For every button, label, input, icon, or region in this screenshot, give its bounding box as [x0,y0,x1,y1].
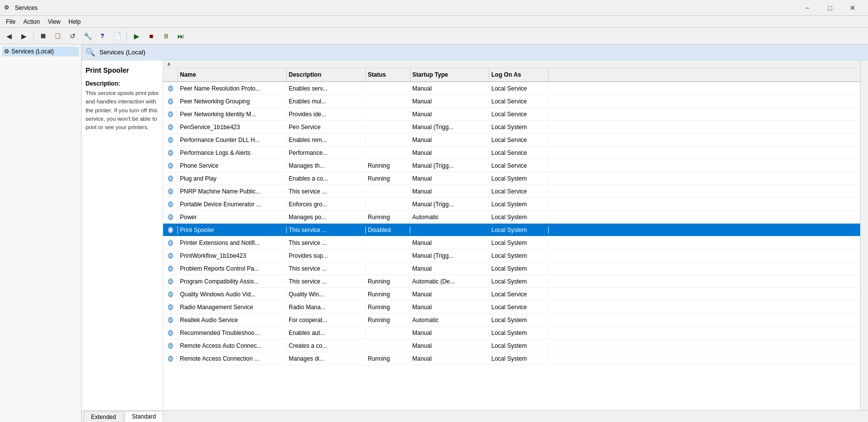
service-icon [163,265,178,273]
service-icon [163,226,178,234]
help-button[interactable]: ? [95,30,109,43]
service-description: Provides sup... [287,252,366,259]
th-startup-type[interactable]: Startup Type [410,68,489,81]
refresh-button[interactable]: ↺ [66,30,80,43]
tab-standard[interactable]: Standard [125,411,164,422]
th-description[interactable]: Description [287,68,366,81]
svg-point-9 [170,139,172,141]
th-icon[interactable] [163,68,178,81]
menu-item-view[interactable]: View [44,17,65,26]
svg-point-39 [170,332,172,334]
service-startup: Manual [410,149,489,156]
service-icon [163,252,178,260]
menu-item-help[interactable]: Help [65,17,85,26]
table-body: Peer Name Resolution Proto...Enables ser… [163,82,860,410]
right-panel: 🔍 Services (Local) Print Spooler Descrip… [82,45,868,422]
service-logon: Local System [489,317,549,324]
table-row[interactable]: PenService_1b1be423Pen ServiceManual (Tr… [163,121,860,134]
svg-point-11 [170,152,172,154]
table-row[interactable]: PowerManages po...RunningAutomaticLocal … [163,211,860,224]
maximize-button[interactable]: □ [819,0,841,16]
table-row[interactable]: Performance Counter DLL H...Enables rem.… [163,134,860,146]
table-row[interactable]: Program Compatibility Assis...This servi… [163,275,860,288]
resume-button[interactable]: ⏭ [174,30,188,43]
table-row[interactable]: Problem Reports Control Pa...This servic… [163,262,860,275]
pause-button[interactable]: ⏸ [159,30,173,43]
table-row[interactable]: Remote Access Auto Connec...Creates a co… [163,339,860,352]
table-row[interactable]: Recommended Troubleshoo...Enables aut...… [163,327,860,339]
table-row[interactable]: Peer Networking Identity M...Provides id… [163,108,860,121]
service-description: This service ... [287,239,366,246]
table-area: ∧ Name Description Status Startup Type L… [163,60,860,410]
back-button[interactable]: ◀ [2,30,16,43]
service-description: This service ... [287,227,366,234]
service-logon: Local System [489,201,549,208]
table-row[interactable]: Print SpoolerThis service ...DisabledLoc… [163,224,860,236]
th-name[interactable]: Name [178,68,287,81]
table-row[interactable]: Performance Logs & AlertsPerformance...M… [163,146,860,159]
th-logon[interactable]: Log On As [489,68,549,81]
service-status: Running [366,304,410,311]
forward-button[interactable]: ▶ [17,30,31,43]
service-startup: Automatic (De... [410,278,489,285]
table-row[interactable]: Phone ServiceManages th...RunningManual … [163,159,860,172]
service-description: Manages po... [287,214,366,221]
service-name: Remote Access Auto Connec... [178,342,287,349]
window-controls: − □ ✕ [796,0,864,16]
svg-point-13 [170,165,172,167]
service-name: Program Compatibility Assis... [178,278,287,285]
service-description: Radio Mana... [287,304,366,311]
sidebar-item-label: Services (Local) [11,48,54,55]
address-bar: 🔍 Services (Local) [82,45,868,60]
sidebar-item-services-local[interactable]: ⚙ Services (Local) [2,47,79,56]
service-startup: Manual [410,137,489,143]
service-description: This service ... [287,188,366,195]
action-pane-button[interactable]: 📋 [51,30,65,43]
description-panel: Print Spooler Description: This service … [82,60,163,410]
main-scrollbar[interactable] [860,60,868,410]
service-status: Running [366,278,410,285]
table-row[interactable]: PNRP Machine Name Public...This service … [163,185,860,198]
tab-extended[interactable]: Extended [84,412,124,422]
table-row[interactable]: Plug and PlayEnables a co...RunningManua… [163,172,860,185]
title-bar: ⚙ Services − □ ✕ [0,0,868,16]
export-button[interactable]: 📄 [110,30,124,43]
service-icon [163,303,178,311]
close-button[interactable]: ✕ [841,0,864,16]
table-row[interactable]: Realtek Audio ServiceFor cooperat...Runn… [163,314,860,327]
service-description: Provides ide... [287,111,366,118]
service-logon: Local System [489,124,549,131]
menu-item-action[interactable]: Action [19,17,43,26]
properties-button[interactable]: 🔧 [81,30,94,43]
service-logon: Local System [489,329,549,336]
table-row[interactable]: Printer Extensions and Notifi...This ser… [163,236,860,249]
service-startup: Automatic [410,214,489,221]
table-row[interactable]: Portable Device Enumerator ...Enforces g… [163,198,860,211]
table-row[interactable]: Peer Networking GroupingEnables mul...Ma… [163,95,860,108]
th-status[interactable]: Status [366,68,410,81]
table-row[interactable]: Peer Name Resolution Proto...Enables ser… [163,82,860,95]
table-row[interactable]: Radio Management ServiceRadio Mana...Run… [163,301,860,314]
table-row[interactable]: Remote Access Connection ...Manages di..… [163,352,860,365]
svg-point-31 [170,281,172,282]
table-row[interactable]: Quality Windows Audio Vid...Quality Win.… [163,288,860,301]
service-logon: Local Service [489,98,549,105]
svg-point-41 [170,345,172,347]
stop-button[interactable]: ■ [144,30,158,43]
svg-point-43 [170,358,172,360]
service-description: Quality Win... [287,291,366,298]
minimize-button[interactable]: − [796,0,819,16]
service-name: Power [178,214,287,221]
table-row[interactable]: PrintWorkflow_1b1be423Provides sup...Man… [163,249,860,262]
service-icon [163,97,178,105]
service-name: Radio Management Service [178,304,287,311]
svg-point-5 [170,113,172,115]
menu-item-file[interactable]: File [2,17,19,26]
service-startup: Manual [410,175,489,182]
service-description: Creates a co... [287,342,366,349]
service-name: Print Spooler [178,227,287,234]
console-button[interactable]: ▦ [36,30,50,43]
service-description: Performance... [287,149,366,156]
start-button[interactable]: ▶ [130,30,143,43]
service-startup: Manual [410,329,489,336]
